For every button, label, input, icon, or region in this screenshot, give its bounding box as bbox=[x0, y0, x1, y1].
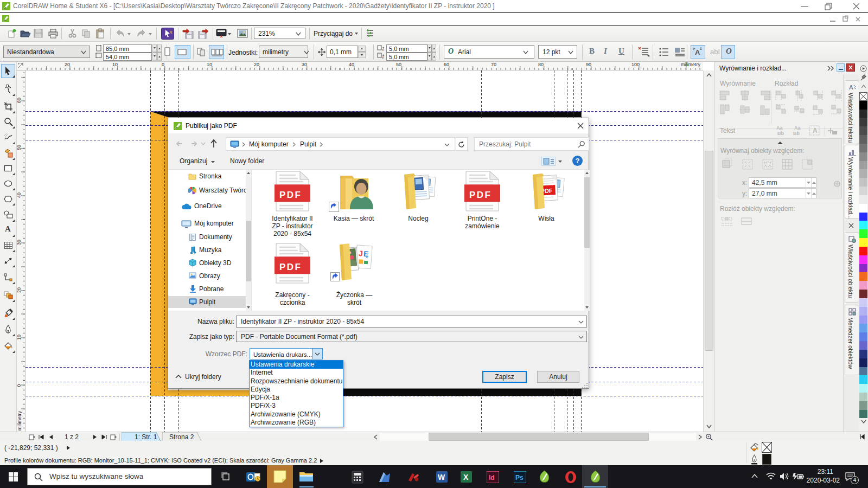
svg-text:Bb: Bb bbox=[793, 131, 800, 136]
svg-text:A: A bbox=[813, 127, 818, 134]
svg-text:J: J bbox=[359, 249, 363, 258]
svg-text:Aa: Aa bbox=[776, 125, 783, 131]
svg-text:Ps: Ps bbox=[515, 474, 524, 481]
svg-text:X: X bbox=[463, 473, 469, 481]
svg-text:Bb: Bb bbox=[777, 131, 784, 136]
svg-text:PDF: PDF bbox=[469, 190, 492, 200]
svg-text:Ę: Ę bbox=[363, 249, 369, 259]
svg-text:A: A bbox=[849, 84, 853, 91]
svg-text:PDF: PDF bbox=[279, 262, 302, 272]
svg-text:x: x bbox=[382, 48, 384, 52]
svg-text:Aa: Aa bbox=[794, 125, 801, 131]
svg-text:PDF: PDF bbox=[279, 190, 302, 200]
svg-text:y: y bbox=[382, 55, 384, 59]
svg-text:W: W bbox=[438, 473, 445, 481]
svg-text:A: A bbox=[695, 48, 700, 56]
svg-text:Id: Id bbox=[489, 474, 495, 481]
